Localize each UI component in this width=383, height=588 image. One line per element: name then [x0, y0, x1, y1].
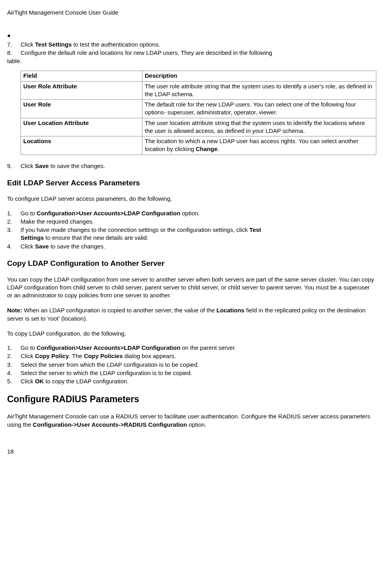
page-number: 18: [7, 448, 376, 455]
page-header: AirTight Management Console User Guide: [7, 9, 376, 17]
text: Click: [21, 378, 35, 385]
bold-text: Settings: [21, 234, 44, 241]
list-number: 5.: [7, 377, 21, 385]
text: to copy the LDAP configuration.: [44, 378, 129, 385]
numbered-list-sec2: 1. Go to Configuration>User Accounts>LDA…: [7, 344, 376, 385]
text: If you have made changes to the connecti…: [21, 226, 249, 233]
list-number: 9.: [7, 162, 21, 170]
list-number: 2.: [7, 352, 21, 360]
list-text: Click Save to save the changes.: [21, 162, 376, 170]
numbered-list-sec1: 1. Go to Configuration>User Accounts>LDA…: [7, 209, 376, 250]
text: option.: [187, 421, 206, 428]
bold-text: Copy Policy: [35, 353, 69, 359]
list-continuation: table.: [7, 57, 376, 65]
paragraph: To copy LDAP configuration, do the follo…: [7, 330, 376, 338]
section-heading-radius: Configure RADIUS Parameters: [7, 393, 376, 405]
list-text: Click Test Settings to test the authenti…: [21, 41, 376, 49]
text: dialog box appears.: [123, 353, 176, 359]
table-cell-field: User Location Attribute: [21, 118, 142, 136]
text: When an LDAP configuration is copied to …: [22, 307, 217, 314]
table-container: Field Description User Role Attribute Th…: [7, 71, 376, 155]
bold-text: Configuration->User Accounts->RADIUS Con…: [33, 421, 187, 428]
note-paragraph: Note: When an LDAP configuration is copi…: [7, 306, 376, 323]
list-number: 3.: [7, 361, 21, 369]
text: Click: [21, 41, 35, 48]
text: on the parent server.: [180, 344, 236, 351]
list-number: 3.: [7, 226, 21, 234]
text: Go to: [21, 344, 37, 351]
table-header-field: Field: [21, 71, 142, 81]
text: to ensure that the new details are valid…: [44, 234, 148, 241]
numbered-list-after-table: 9. Click Save to save the changes.: [7, 162, 376, 170]
text: . The: [69, 353, 84, 359]
text: The location to which a new LDAP user ha…: [145, 138, 359, 152]
text: option.: [180, 210, 200, 217]
list-number: 7.: [7, 41, 21, 49]
list-text: Configure the default role and locations…: [21, 49, 376, 57]
list-item: 4. Select the server to which the LDAP c…: [7, 369, 376, 377]
bold-text: Configuration>User Accounts>LDAP Configu…: [37, 210, 180, 217]
list-text: If you have made changes to the connecti…: [21, 226, 376, 242]
note-label: Note:: [7, 307, 22, 314]
paragraph: To configure LDAP server access paramete…: [7, 195, 376, 203]
list-text: Click Copy Policy. The Copy Policies dia…: [21, 352, 376, 360]
text: .: [217, 146, 219, 152]
list-number: 1.: [7, 209, 21, 217]
table-cell-description: The location to which a new LDAP user ha…: [142, 136, 376, 155]
table-cell-description: The user role attribute string that the …: [142, 81, 376, 100]
table-row: Locations The location to which a new LD…: [21, 136, 376, 155]
list-item: 7. Click Test Settings to test the authe…: [7, 41, 376, 49]
table-header-row: Field Description: [21, 71, 376, 81]
bold-text: OK: [35, 378, 44, 385]
list-item: 3. If you have made changes to the conne…: [7, 226, 376, 242]
bold-text: Locations: [217, 307, 245, 314]
bullet-empty: ●: [7, 32, 376, 39]
table-cell-description: The default role for the new LDAP users.…: [142, 100, 376, 118]
list-item: 8. Configure the default role and locati…: [7, 49, 376, 57]
section-heading-copy-ldap: Copy LDAP Configuration to Another Serve…: [7, 258, 376, 269]
bold-text: Test: [249, 226, 261, 233]
list-text: Make the required changes.: [21, 218, 376, 226]
list-item: 2. Make the required changes.: [7, 218, 376, 226]
list-text: Click OK to copy the LDAP configuration.: [21, 377, 376, 385]
list-item: 3. Select the server from which the LDAP…: [7, 361, 376, 369]
table-cell-field: User Role: [21, 100, 142, 118]
table-cell-field: Locations: [21, 136, 142, 155]
text: to save the changes.: [49, 243, 105, 250]
text: Click: [21, 353, 35, 359]
list-item: 1. Go to Configuration>User Accounts>LDA…: [7, 344, 376, 352]
text: to test the authentication options.: [72, 41, 160, 48]
list-text: Go to Configuration>User Accounts>LDAP C…: [21, 344, 376, 352]
text: Click: [21, 162, 35, 169]
list-number: 8.: [7, 49, 21, 57]
table-row: User Role Attribute The user role attrib…: [21, 81, 376, 100]
bold-text: Save: [35, 162, 49, 169]
table-header-description: Description: [142, 71, 376, 81]
text: to save the changes.: [49, 162, 105, 169]
list-item: 1. Go to Configuration>User Accounts>LDA…: [7, 209, 376, 217]
paragraph: You can copy the LDAP configuration from…: [7, 276, 376, 300]
bold-text: Configuration>User Accounts>LDAP Configu…: [37, 344, 180, 351]
bold-text: Change: [196, 146, 217, 152]
table-cell-description: The user location attribute string that …: [142, 118, 376, 136]
list-text: Select the server from which the LDAP co…: [21, 361, 376, 369]
list-text: Go to Configuration>User Accounts>LDAP C…: [21, 209, 376, 217]
list-number: 4.: [7, 243, 21, 250]
table-row: User Role The default role for the new L…: [21, 100, 376, 118]
list-item: 5. Click OK to copy the LDAP configurati…: [7, 377, 376, 385]
list-number: 4.: [7, 369, 21, 377]
list-item: 2. Click Copy Policy. The Copy Policies …: [7, 352, 376, 360]
bold-text: Copy Policies: [84, 353, 123, 359]
list-text: Select the server to which the LDAP conf…: [21, 369, 376, 377]
field-description-table: Field Description User Role Attribute Th…: [21, 71, 376, 155]
bold-text: Test Settings: [35, 41, 72, 48]
table-cell-field: User Role Attribute: [21, 81, 142, 100]
numbered-list-top: 7. Click Test Settings to test the authe…: [7, 41, 376, 65]
text: Click: [21, 243, 35, 250]
bold-text: Save: [35, 243, 49, 250]
list-item: 9. Click Save to save the changes.: [7, 162, 376, 170]
paragraph: AirTight Management Console can use a RA…: [7, 413, 376, 429]
list-text: Click Save to save the changes.: [21, 243, 376, 250]
table-row: User Location Attribute The user locatio…: [21, 118, 376, 136]
section-heading-edit-ldap: Edit LDAP Server Access Parameters: [7, 178, 376, 188]
